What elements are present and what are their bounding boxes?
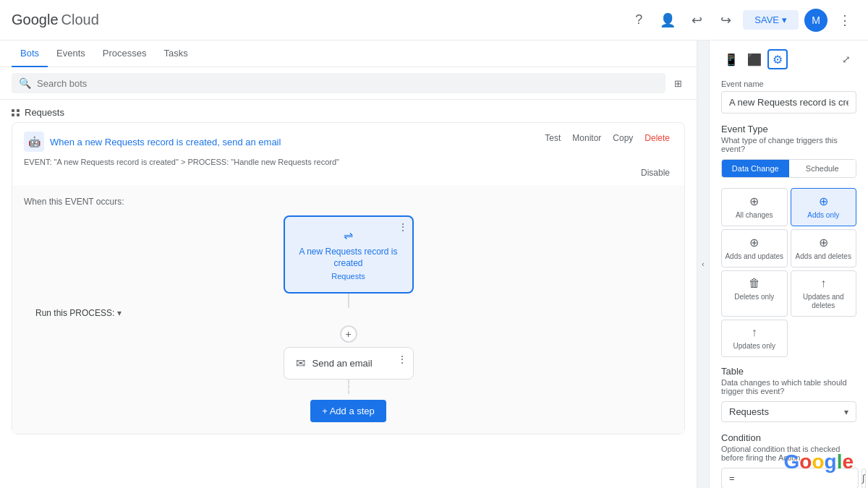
- event-name-field-group: Event name: [721, 80, 856, 114]
- settings-icon-button[interactable]: ⚙: [767, 49, 788, 69]
- disable-button[interactable]: Disable: [638, 166, 673, 179]
- event-type-group: Event Type What type of change triggers …: [721, 124, 856, 178]
- google-cloud-logo: Google Cloud: [12, 12, 99, 28]
- table-dropdown-value: Requests: [729, 406, 769, 417]
- process-node-menu-button[interactable]: ⋮: [397, 354, 407, 365]
- schedule-tab[interactable]: Schedule: [789, 160, 856, 177]
- tab-tasks[interactable]: Tasks: [155, 40, 196, 67]
- save-button[interactable]: SAVE ▾: [743, 10, 799, 30]
- adds-updates-button[interactable]: ⊕ Adds and updates: [721, 229, 788, 267]
- add-step-circle-button[interactable]: +: [340, 325, 357, 343]
- change-type-grid: ⊕ All changes ⊕ Adds only ⊕ Adds and upd…: [721, 188, 856, 357]
- table-field-group: Table Data changes to which table should…: [721, 366, 856, 422]
- right-panel-icons: 📱 ⬛ ⚙ ⤢: [721, 49, 856, 69]
- process-section: Run this PROCESS: ▾ + ✉ Send an email ⋮: [24, 308, 673, 422]
- main-layout: Bots Events Processes Tasks 🔍 ⊞ Requests: [0, 40, 868, 488]
- view-grid-button[interactable]: ⊞: [671, 75, 685, 92]
- table-section-desc: Data changes to which table should trigg…: [721, 378, 856, 395]
- adds-only-button[interactable]: ⊕ Adds only: [791, 188, 857, 226]
- google-logo-text: Google: [12, 12, 59, 28]
- monitor-button[interactable]: Monitor: [569, 132, 604, 145]
- all-changes-icon: ⊕: [749, 194, 759, 208]
- delete-button[interactable]: Delete: [642, 132, 673, 145]
- bot-card: 🤖 When a new Requests record is created,…: [12, 122, 685, 435]
- requests-section-header: Requests: [0, 100, 697, 122]
- right-panel: 📱 ⬛ ⚙ ⤢ Event name Event Type What type …: [709, 40, 868, 488]
- event-type-title: Event Type: [721, 124, 856, 134]
- footer-google-logo: Google: [784, 450, 854, 474]
- all-changes-button[interactable]: ⊕ All changes: [721, 188, 788, 226]
- process-to-add-connector: [35, 380, 661, 394]
- event-node-wrap: ⋮ ⇌ A new Requests record is created Req…: [24, 215, 673, 294]
- table-dropdown[interactable]: Requests ▾: [721, 401, 856, 422]
- expand-panel-button[interactable]: ⤢: [836, 49, 856, 69]
- tablet-icon-button[interactable]: ⬛: [744, 49, 765, 69]
- search-bar: 🔍 ⊞: [0, 67, 697, 100]
- adds-updates-icon: ⊕: [749, 236, 759, 249]
- event-node[interactable]: ⋮ ⇌ A new Requests record is created Req…: [284, 215, 414, 294]
- add-step-button[interactable]: + Add a step: [310, 400, 386, 422]
- adds-only-icon: ⊕: [819, 194, 828, 208]
- search-input-wrap: 🔍: [12, 73, 665, 93]
- process-node-name: Send an email: [312, 358, 373, 369]
- email-icon: ✉: [296, 356, 305, 370]
- adds-deletes-button[interactable]: ⊕ Adds and deletes: [791, 229, 857, 267]
- bot-name: When a new Requests record is created, s…: [50, 137, 281, 147]
- adds-deletes-icon: ⊕: [819, 236, 828, 249]
- bot-card-actions: Test Monitor Copy Delete: [542, 132, 673, 145]
- undo-icon-button[interactable]: ↩: [685, 9, 708, 32]
- table-dropdown-arrow-icon: ▾: [844, 407, 848, 417]
- bot-event-label: EVENT: "A new Requests record is created…: [12, 158, 684, 185]
- panel-icon-group: 📱 ⬛ ⚙: [721, 49, 788, 69]
- shuffle-icon: ⇌: [294, 228, 404, 242]
- top-bar: Google Cloud ? 👤 ↩ ↪ SAVE ▾ M ⋮: [0, 0, 868, 40]
- redo-icon-button[interactable]: ↪: [714, 9, 737, 32]
- deletes-only-icon: 🗑: [749, 277, 760, 290]
- test-button[interactable]: Test: [542, 132, 563, 145]
- bot-card-title: 🤖 When a new Requests record is created,…: [24, 132, 281, 152]
- help-icon-button[interactable]: ?: [627, 9, 650, 32]
- mobile-icon-button[interactable]: 📱: [721, 49, 741, 69]
- search-input[interactable]: [37, 78, 658, 89]
- condition-title: Condition: [721, 432, 856, 443]
- process-node-wrap: ✉ Send an email ⋮: [35, 347, 661, 380]
- event-type-tabs: Data Change Schedule: [721, 159, 856, 178]
- panel-divider[interactable]: ‹: [697, 40, 709, 488]
- add-step-circle: +: [35, 325, 661, 343]
- tabs-bar: Bots Events Processes Tasks: [0, 40, 697, 67]
- tab-processes[interactable]: Processes: [94, 40, 156, 67]
- grid-dots-icon: [12, 109, 20, 116]
- updates-only-button[interactable]: ↑ Updates only: [721, 320, 788, 357]
- event-to-process-connector: [24, 294, 673, 308]
- bot-icon: 🤖: [24, 132, 44, 152]
- updates-deletes-button[interactable]: ↑ Updates and deletes: [791, 270, 857, 317]
- event-type-desc: What type of change triggers this event?: [721, 136, 856, 153]
- table-section-title: Table: [721, 366, 856, 377]
- process-dropdown-arrow[interactable]: ▾: [117, 308, 122, 318]
- updates-only-icon: ↑: [752, 326, 757, 339]
- deletes-only-button[interactable]: 🗑 Deletes only: [721, 270, 788, 317]
- search-icon: 🔍: [19, 77, 31, 89]
- condition-formula-button[interactable]: ∫: [861, 468, 866, 489]
- person-add-icon-button[interactable]: 👤: [656, 9, 679, 32]
- top-bar-right: ? 👤 ↩ ↪ SAVE ▾ M ⋮: [627, 9, 856, 32]
- event-node-subtitle: Requests: [294, 272, 404, 281]
- add-step-button-wrap: + Add a step: [35, 400, 661, 422]
- event-node-title: A new Requests record is created: [294, 247, 404, 269]
- left-panel: Bots Events Processes Tasks 🔍 ⊞ Requests: [0, 40, 697, 488]
- data-change-tab[interactable]: Data Change: [722, 160, 789, 177]
- canvas-event-label: When this EVENT occurs:: [24, 197, 673, 207]
- requests-section-label: Requests: [25, 107, 64, 118]
- copy-button[interactable]: Copy: [610, 132, 636, 145]
- canvas-area: When this EVENT occurs: ⋮ ⇌ A new Reques…: [12, 185, 684, 434]
- tab-events[interactable]: Events: [48, 40, 94, 67]
- process-node[interactable]: ✉ Send an email ⋮: [284, 347, 414, 380]
- more-options-icon-button[interactable]: ⋮: [833, 9, 856, 32]
- bot-card-header: 🤖 When a new Requests record is created,…: [12, 123, 684, 158]
- process-label: Run this PROCESS: ▾: [35, 308, 661, 318]
- cloud-text: Cloud: [61, 12, 99, 28]
- event-node-menu-button[interactable]: ⋮: [398, 221, 408, 233]
- avatar[interactable]: M: [804, 9, 827, 32]
- event-name-input[interactable]: [721, 91, 856, 114]
- tab-bots[interactable]: Bots: [12, 40, 48, 67]
